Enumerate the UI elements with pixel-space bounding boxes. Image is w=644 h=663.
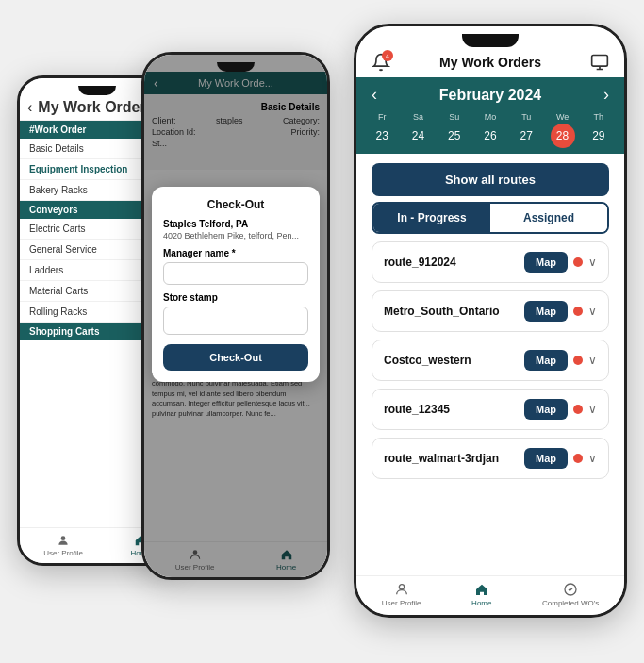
cal-day-0: Fr 23 — [370, 112, 394, 148]
modal-title: Check-Out — [163, 198, 308, 211]
settings-icon[interactable] — [590, 53, 609, 72]
completed-icon — [563, 582, 578, 597]
cal-day-5: We 28 — [551, 112, 575, 148]
assigned-tab[interactable]: Assigned — [490, 204, 607, 232]
route-3-chevron[interactable]: ∨ — [588, 403, 597, 416]
store-stamp-input[interactable] — [163, 307, 308, 335]
store-stamp-label: Store stamp — [163, 292, 308, 303]
route-1-status-dot — [573, 307, 583, 316]
prev-month-btn[interactable]: ‹ — [372, 85, 377, 105]
show-all-routes-btn[interactable]: Show all routes — [372, 163, 609, 196]
cal-day-4: Tu 27 — [514, 112, 538, 148]
checkout-button[interactable]: Check-Out — [163, 344, 308, 371]
right-phone-top — [356, 26, 624, 47]
calendar-nav: ‹ February 2024 › — [356, 77, 624, 112]
notification-badge: 4 — [382, 50, 393, 61]
svg-rect-2 — [592, 56, 608, 67]
route-0-map-btn[interactable]: Map — [524, 252, 568, 273]
cal-day-2: Su 25 — [442, 112, 467, 148]
svg-point-0 — [61, 536, 66, 540]
cal-day-6: Th 29 — [586, 112, 611, 148]
right-phone-title: My Work Orders — [390, 55, 590, 70]
svg-point-3 — [399, 585, 404, 589]
route-item-0: route_912024 Map ∨ — [372, 241, 609, 283]
modal-location: Staples Telford, PA — [163, 219, 308, 229]
right-nav-completed[interactable]: Completed WO's — [542, 582, 599, 607]
right-user-icon — [394, 582, 409, 597]
route-item-2: Costco_western Map ∨ — [372, 340, 609, 381]
route-3-status-dot — [573, 405, 583, 414]
modal-address: 4020 Bethlehem Pike, telford, Pen... — [163, 231, 308, 240]
manager-name-input[interactable] — [163, 262, 308, 285]
route-4-status-dot — [573, 454, 583, 463]
status-tabs: In - Progress Assigned — [372, 202, 609, 234]
right-bottom-nav: User Profile Home Completed WO's — [356, 575, 624, 615]
sidebar-title: My Work Orders — [38, 99, 154, 116]
back-icon[interactable]: ‹ — [27, 99, 32, 116]
right-nav-profile[interactable]: User Profile — [382, 582, 421, 607]
mid-phone: ‹ My Work Orde... Basic Details Client: … — [141, 52, 330, 580]
route-4-map-btn[interactable]: Map — [524, 448, 568, 469]
in-progress-tab[interactable]: In - Progress — [373, 204, 490, 232]
route-item-3: route_12345 Map ∨ — [372, 389, 609, 430]
route-1-map-btn[interactable]: Map — [524, 301, 568, 322]
bell-icon-container[interactable]: 4 — [372, 53, 390, 72]
right-notch — [462, 34, 519, 47]
route-item-1: Metro_South_Ontario Map ∨ — [372, 290, 609, 332]
route-2-status-dot — [573, 356, 583, 365]
right-phone: 4 My Work Orders ‹ February 2024 › Fr 23… — [354, 24, 627, 618]
left-nav-profile[interactable]: User Profile — [43, 534, 83, 557]
next-month-btn[interactable]: › — [603, 85, 609, 105]
notch — [78, 86, 116, 95]
route-1-chevron[interactable]: ∨ — [588, 305, 597, 318]
route-2-chevron[interactable]: ∨ — [588, 354, 597, 367]
cal-day-1: Sa 24 — [405, 112, 430, 148]
user-icon — [57, 534, 70, 547]
calendar-days-row: Fr 23 Sa 24 Su 25 Mo 26 Tu 27 We 28 Th 2… — [356, 112, 624, 154]
right-header: 4 My Work Orders — [356, 47, 624, 77]
cal-day-3: Mo 26 — [478, 112, 503, 148]
calendar-month-label: February 2024 — [439, 87, 542, 104]
route-item-4: route_walmart-3rdjan Map ∨ — [372, 438, 609, 479]
route-list: route_912024 Map ∨ Metro_South_Ontario M… — [356, 241, 624, 479]
route-3-map-btn[interactable]: Map — [524, 399, 568, 420]
route-4-chevron[interactable]: ∨ — [588, 452, 597, 465]
right-nav-home[interactable]: Home — [471, 582, 491, 607]
route-2-map-btn[interactable]: Map — [524, 350, 568, 371]
checkout-modal: Check-Out Staples Telford, PA 4020 Bethl… — [152, 187, 320, 382]
mid-notch — [217, 62, 255, 72]
route-0-chevron[interactable]: ∨ — [588, 256, 597, 269]
route-0-status-dot — [573, 257, 583, 267]
right-home-icon — [474, 582, 489, 597]
manager-field-label: Manager name * — [163, 248, 308, 258]
